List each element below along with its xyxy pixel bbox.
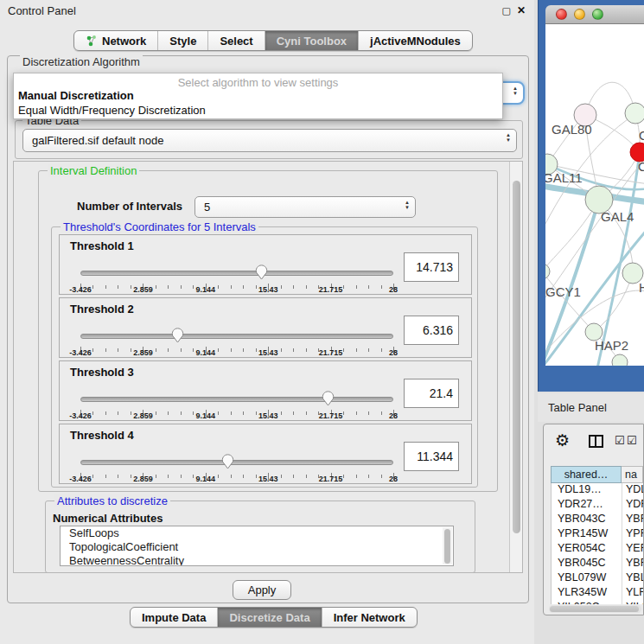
threshold-row: Threshold 1 -3.426 2.859 9.144 — [59, 234, 472, 295]
algorithm-group-label: Discretization Algorithm — [20, 55, 143, 68]
table-data-combobox[interactable]: galFiltered.sif default node ▲▼ — [22, 129, 517, 152]
interval-definition-label: Interval Definition — [48, 164, 139, 177]
slider-tick-labels: -3.426 2.859 9.144 15.43 21.715 28 — [80, 348, 393, 359]
settings-scroll-panel: Interval Definition Number of Intervals … — [13, 161, 523, 573]
list-item[interactable]: TopologicalCoefficient — [61, 540, 453, 554]
table-row[interactable]: YBR043CYBR0 — [552, 513, 643, 527]
tab-jactivemnodules[interactable]: jActiveMNodules — [358, 31, 472, 50]
numerical-attributes-label: Numerical Attributes — [53, 512, 163, 525]
threshold-1-slider[interactable] — [80, 265, 393, 284]
algorithm-placeholder: Select algorithm to view settings — [14, 76, 502, 89]
table-row[interactable]: YIL052CYIL0 — [552, 601, 643, 604]
node-gcy1 — [545, 264, 550, 279]
tab-style[interactable]: Style — [157, 31, 207, 50]
minimize-traffic-light-icon[interactable] — [574, 9, 585, 20]
table-row[interactable]: YER054CYER0 — [552, 542, 643, 557]
column-header-name[interactable]: na — [622, 466, 643, 483]
slider-handle[interactable] — [221, 454, 234, 469]
checkbox-icon[interactable]: ☑ — [627, 434, 637, 447]
control-panel-window: Control Panel ▢ ✕ Network Style Select C… — [0, 0, 534, 644]
threshold-row: Threshold 4 -3.426 2.859 9.144 — [59, 424, 472, 484]
tab-discretize-data[interactable]: Discretize Data — [217, 608, 321, 627]
gear-icon[interactable]: ⚙ — [555, 430, 570, 450]
network-canvas[interactable]: GAL80 G GAL11 C GAL4 GCY1 H HAP2 — [545, 24, 644, 366]
attributes-group-label: Attributes to discretize — [54, 494, 170, 507]
algorithm-dropdown-popup: Select algorithm to view settings Manual… — [13, 73, 503, 119]
control-panel-title: Control Panel — [8, 4, 76, 17]
threshold-row: Threshold 3 -3.426 2.859 9.144 — [59, 360, 472, 421]
network-graph: GAL80 G GAL11 C GAL4 GCY1 H HAP2 — [545, 24, 644, 366]
table-horizontal-scrollbar[interactable] — [549, 605, 641, 613]
scrollbar-thumb[interactable] — [550, 606, 639, 612]
thresholds-group-label: Threshold's Coordinates for 5 Intervals — [61, 220, 258, 233]
num-intervals-combobox[interactable]: 5 ▲▼ — [194, 196, 416, 218]
close-traffic-light-icon[interactable] — [556, 9, 567, 20]
slider-track — [80, 397, 393, 402]
threshold-2-value-field[interactable]: 6.316 — [404, 316, 459, 345]
node-label: GAL11 — [545, 170, 583, 185]
algorithm-option-manual[interactable]: Manual Discretization — [18, 89, 134, 102]
slider-tick-labels: -3.426 2.859 9.144 15.43 21.715 28 — [80, 411, 393, 422]
node-label: C — [638, 159, 644, 174]
tab-network[interactable]: Network — [74, 31, 157, 50]
cyni-toolbox-panel: Discretization Algorithm ▲▼ Select algor… — [7, 55, 529, 603]
tab-infer-network[interactable]: Infer Network — [322, 608, 417, 627]
interval-definition-group: Interval Definition Number of Intervals … — [38, 170, 498, 492]
network-icon — [86, 35, 98, 47]
node-label: HAP2 — [595, 338, 628, 353]
close-window-icon[interactable]: ✕ — [517, 3, 526, 17]
threshold-4-value-field[interactable]: 11.344 — [404, 442, 459, 471]
network-window-titlebar — [545, 5, 644, 24]
slider-tick-labels: -3.426 2.859 9.144 15.43 21.715 28 — [80, 285, 393, 296]
algorithm-option-equal-width[interactable]: Equal Width/Frequency Discretization — [18, 104, 206, 117]
apply-button[interactable]: Apply — [233, 580, 291, 600]
control-panel-titlebar: Control Panel ▢ ✕ — [0, 0, 534, 22]
split-columns-icon[interactable] — [589, 435, 603, 448]
thresholds-group: Threshold's Coordinates for 5 Intervals … — [51, 226, 478, 488]
settings-scrollbar[interactable] — [509, 162, 522, 572]
tab-impute-data[interactable]: Impute Data — [131, 608, 217, 627]
table-row[interactable]: YLR345WYLR3 — [552, 586, 643, 601]
table-row[interactable]: YDR27…YDR2 — [552, 498, 643, 513]
slider-handle[interactable] — [171, 328, 184, 343]
scrollbar-thumb[interactable] — [513, 181, 520, 533]
tab-cyni-toolbox[interactable]: Cyni Toolbox — [265, 31, 358, 50]
node-table: shared… na YDL19…YDL1 YDR27…YDR2 YBR043C… — [551, 466, 643, 604]
float-window-icon[interactable]: ▢ — [502, 3, 511, 17]
threshold-3-value-field[interactable]: 21.4 — [404, 379, 459, 408]
table-row[interactable]: YDL19…YDL1 — [552, 483, 643, 498]
slider-track — [80, 460, 393, 465]
list-scrollbar[interactable] — [443, 527, 452, 564]
attributes-group: Attributes to discretize Numerical Attri… — [45, 501, 475, 573]
threshold-1-value-field[interactable]: 14.713 — [404, 252, 459, 282]
zoom-traffic-light-icon[interactable] — [592, 9, 603, 20]
table-row[interactable]: YBR045CYBR0 — [552, 557, 643, 571]
table-data-group: Table Data galFiltered.sif default node … — [15, 120, 523, 159]
threshold-row: Threshold 2 -3.426 2.859 9.144 — [59, 297, 472, 358]
combo-arrows-icon: ▲▼ — [506, 132, 511, 143]
node-label: G — [639, 128, 644, 143]
table-panel: ⚙ ☑ ☑ shared… na YDL19…YDL1 YDR27…YDR2 Y… — [543, 424, 644, 615]
tab-select[interactable]: Select — [207, 31, 264, 50]
threshold-4-slider[interactable] — [80, 454, 393, 473]
column-header-shared-name[interactable]: shared… — [551, 466, 622, 483]
slider-tick-labels: -3.426 2.859 9.144 15.43 21.715 28 — [80, 475, 393, 485]
threshold-3-slider[interactable] — [80, 391, 393, 410]
table-body: YDL19…YDL1 YDR27…YDR2 YBR043CYBR0 YPR145… — [551, 483, 643, 604]
node-top-right — [625, 103, 644, 124]
list-item[interactable]: BetweennessCentrality — [61, 554, 453, 566]
node-label: H — [639, 280, 644, 295]
threshold-2-slider[interactable] — [80, 328, 393, 347]
table-row[interactable]: YBL079WYBL0 — [552, 571, 643, 586]
combo-arrows-icon: ▲▼ — [405, 200, 410, 210]
bottom-tab-bar: Impute Data Discretize Data Infer Networ… — [130, 607, 418, 628]
slider-handle[interactable] — [255, 265, 268, 280]
table-header-row: shared… na — [551, 466, 643, 483]
list-item[interactable]: SelfLoops — [61, 526, 453, 540]
table-row[interactable]: YPR145WYPR1 — [552, 527, 643, 542]
slider-handle[interactable] — [322, 391, 335, 406]
table-panel-toolbar: ⚙ ☑ ☑ — [544, 424, 643, 459]
checkbox-icon[interactable]: ☑ — [615, 434, 625, 447]
control-panel-tab-bar: Network Style Select Cyni Toolbox jActiv… — [73, 30, 473, 51]
table-panel-titlebar: Table Panel — [538, 393, 644, 422]
